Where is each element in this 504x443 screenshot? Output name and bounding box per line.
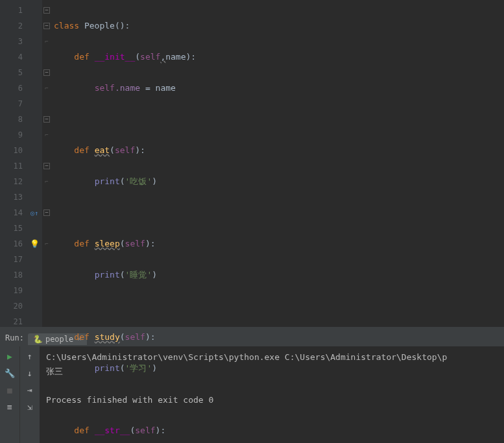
code-editor[interactable]: class People(): def __init__(self,name):… [51, 0, 504, 327]
line-number-gutter: 1 2 3 4 5 6 7 8 9 10 11 12 13 14 15 16 1… [0, 0, 27, 327]
op: = [140, 83, 155, 93]
class-name: People [84, 21, 115, 30]
line-number: 18 [0, 267, 23, 283]
keyword-def: def [74, 425, 89, 435]
string: '学习' [125, 363, 152, 373]
python-icon: 🐍 [33, 335, 43, 344]
override-icon[interactable]: ◎↑ [27, 205, 42, 221]
rerun-button[interactable]: ▶ [4, 350, 16, 362]
line-number: 3 [0, 34, 23, 49]
fold-gutter[interactable]: − − ⌐ − ⌐ − ⌐ − ⌐ − ⌐ [42, 0, 51, 327]
line-number: 17 [0, 252, 23, 267]
self-param: self [140, 52, 160, 62]
builtin-print: print [95, 363, 120, 373]
intention-bulb-icon[interactable]: 💡 [27, 236, 42, 252]
fold-end-icon: ⌐ [45, 38, 48, 45]
line-number: 11 [0, 158, 23, 174]
stop-button[interactable]: ■ [4, 384, 16, 396]
self-param: self [115, 145, 135, 155]
fold-toggle[interactable]: − [43, 210, 50, 216]
line-number: 8 [0, 112, 23, 127]
line-number: 16 [0, 236, 23, 252]
self-ref: self [95, 83, 115, 93]
keyword-def: def [74, 332, 89, 342]
self-param: self [125, 332, 145, 342]
text: (): [115, 21, 130, 30]
down-button[interactable]: ↓ [24, 367, 36, 379]
fold-end-icon: ⌐ [45, 85, 48, 91]
line-number: 1 [0, 3, 23, 18]
fold-toggle[interactable]: − [43, 116, 50, 123]
line-number: 20 [0, 298, 23, 314]
method-name: __init__ [95, 52, 136, 62]
method-name: eat [95, 145, 110, 155]
self-param: self [135, 425, 155, 435]
line-number: 4 [0, 49, 23, 65]
up-button[interactable]: ↑ [24, 350, 36, 362]
line-number: 6 [0, 80, 23, 96]
soft-wrap-button[interactable]: ⇥ [24, 384, 36, 396]
fold-toggle[interactable]: − [43, 7, 50, 14]
scroll-end-button[interactable]: ⇲ [24, 401, 36, 413]
run-toolbar-primary: ▶ 🔧 ■ ≡ [0, 346, 19, 443]
keyword-def: def [74, 52, 89, 62]
attr: .name [115, 83, 140, 93]
run-label: Run: [5, 333, 24, 342]
fold-end-icon: ⌐ [45, 178, 48, 185]
run-toolbar-secondary: ↑ ↓ ⇥ ⇲ [19, 346, 40, 443]
identifier: name [156, 83, 176, 93]
line-number: 21 [0, 314, 23, 329]
keyword-class: class [54, 21, 79, 30]
line-number: 9 [0, 127, 23, 143]
fold-toggle[interactable]: − [43, 163, 50, 169]
line-number: 14 [0, 205, 23, 221]
keyword-def: def [74, 145, 89, 155]
line-number: 19 [0, 283, 23, 298]
fold-toggle[interactable]: − [43, 23, 50, 29]
fold-toggle[interactable]: − [43, 69, 50, 76]
self-param: self [125, 239, 145, 248]
string: '吃饭' [125, 176, 152, 186]
line-number: 13 [0, 189, 23, 205]
line-number: 7 [0, 96, 23, 112]
builtin-print: print [95, 270, 120, 280]
line-number: 12 [0, 174, 23, 189]
editor-pane: 1 2 3 4 5 6 7 8 9 10 11 12 13 14 15 16 1… [0, 0, 504, 327]
gutter-icons: ◎↑ 💡 [27, 0, 42, 327]
method-name: study [95, 332, 120, 342]
settings-button[interactable]: 🔧 [4, 367, 16, 379]
fold-end-icon: ⌐ [45, 132, 48, 138]
line-number: 10 [0, 143, 23, 158]
line-number: 5 [0, 65, 23, 80]
layout-button[interactable]: ≡ [4, 401, 16, 413]
param: name [165, 52, 186, 62]
keyword-def: def [74, 239, 89, 248]
line-number: 15 [0, 221, 23, 236]
string: '睡觉' [125, 270, 152, 280]
method-name: sleep [95, 239, 120, 248]
fold-end-icon: ⌐ [45, 241, 48, 247]
line-number: 2 [0, 18, 23, 34]
builtin-print: print [95, 176, 120, 186]
method-name: __str__ [95, 425, 130, 435]
